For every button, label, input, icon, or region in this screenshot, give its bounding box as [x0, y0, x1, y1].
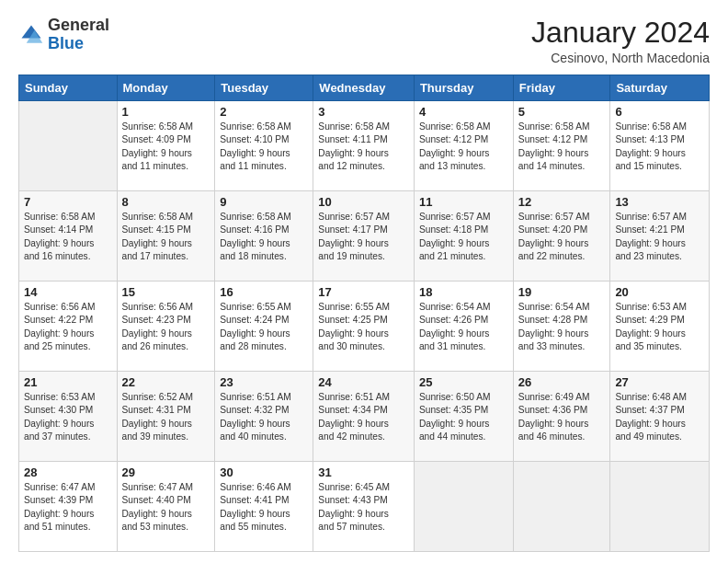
day-info: Sunrise: 6:56 AMSunset: 4:23 PMDaylight:… [122, 301, 210, 353]
table-row: 7Sunrise: 6:58 AMSunset: 4:14 PMDaylight… [19, 191, 118, 282]
day-info: Sunrise: 6:57 AMSunset: 4:18 PMDaylight:… [419, 211, 508, 263]
day-number: 27 [615, 375, 704, 389]
day-number: 2 [220, 105, 308, 119]
day-info: Sunrise: 6:54 AMSunset: 4:28 PMDaylight:… [518, 301, 606, 353]
col-monday: Monday [117, 75, 215, 101]
table-row: 5Sunrise: 6:58 AMSunset: 4:12 PMDaylight… [513, 101, 610, 191]
day-info: Sunrise: 6:57 AMSunset: 4:17 PMDaylight:… [318, 211, 409, 263]
day-number: 31 [318, 465, 409, 479]
day-number: 29 [122, 465, 210, 479]
calendar-week-row: 7Sunrise: 6:58 AMSunset: 4:14 PMDaylight… [19, 191, 710, 282]
table-row [610, 462, 710, 552]
table-row: 24Sunrise: 6:51 AMSunset: 4:34 PMDayligh… [313, 372, 415, 462]
table-row: 17Sunrise: 6:55 AMSunset: 4:25 PMDayligh… [313, 282, 415, 372]
calendar-week-row: 21Sunrise: 6:53 AMSunset: 4:30 PMDayligh… [19, 372, 710, 462]
day-info: Sunrise: 6:49 AMSunset: 4:36 PMDaylight:… [518, 391, 606, 443]
day-info: Sunrise: 6:55 AMSunset: 4:24 PMDaylight:… [220, 301, 308, 353]
logo: General Blue [18, 17, 109, 53]
table-row: 21Sunrise: 6:53 AMSunset: 4:30 PMDayligh… [19, 372, 118, 462]
day-info: Sunrise: 6:58 AMSunset: 4:15 PMDaylight:… [122, 211, 210, 263]
col-thursday: Thursday [414, 75, 513, 101]
table-row: 20Sunrise: 6:53 AMSunset: 4:29 PMDayligh… [610, 282, 710, 372]
table-row: 11Sunrise: 6:57 AMSunset: 4:18 PMDayligh… [414, 191, 513, 282]
table-row: 18Sunrise: 6:54 AMSunset: 4:26 PMDayligh… [414, 282, 513, 372]
header: General Blue January 2024 Cesinovo, Nort… [18, 17, 710, 65]
logo-text: General Blue [48, 17, 109, 53]
day-info: Sunrise: 6:58 AMSunset: 4:11 PMDaylight:… [318, 121, 409, 173]
table-row: 23Sunrise: 6:51 AMSunset: 4:32 PMDayligh… [215, 372, 313, 462]
day-number: 21 [24, 375, 112, 389]
table-row: 12Sunrise: 6:57 AMSunset: 4:20 PMDayligh… [513, 191, 610, 282]
table-row: 4Sunrise: 6:58 AMSunset: 4:12 PMDaylight… [414, 101, 513, 191]
title-block: January 2024 Cesinovo, North Macedonia [531, 17, 710, 65]
day-info: Sunrise: 6:48 AMSunset: 4:37 PMDaylight:… [615, 391, 704, 443]
day-number: 12 [518, 195, 606, 209]
day-info: Sunrise: 6:56 AMSunset: 4:22 PMDaylight:… [24, 301, 112, 353]
calendar-week-row: 1Sunrise: 6:58 AMSunset: 4:09 PMDaylight… [19, 101, 710, 191]
table-row: 10Sunrise: 6:57 AMSunset: 4:17 PMDayligh… [313, 191, 415, 282]
day-number: 23 [220, 375, 308, 389]
table-row [513, 462, 610, 552]
table-row: 28Sunrise: 6:47 AMSunset: 4:39 PMDayligh… [19, 462, 118, 552]
calendar-week-row: 28Sunrise: 6:47 AMSunset: 4:39 PMDayligh… [19, 462, 710, 552]
day-info: Sunrise: 6:57 AMSunset: 4:20 PMDaylight:… [518, 211, 606, 263]
day-info: Sunrise: 6:53 AMSunset: 4:30 PMDaylight:… [24, 391, 112, 443]
day-number: 20 [615, 285, 704, 299]
table-row: 6Sunrise: 6:58 AMSunset: 4:13 PMDaylight… [610, 101, 710, 191]
col-wednesday: Wednesday [313, 75, 415, 101]
day-number: 5 [518, 105, 606, 119]
day-info: Sunrise: 6:46 AMSunset: 4:41 PMDaylight:… [220, 481, 308, 534]
location-subtitle: Cesinovo, North Macedonia [531, 51, 710, 65]
day-number: 28 [24, 465, 112, 479]
day-number: 30 [220, 465, 308, 479]
day-info: Sunrise: 6:58 AMSunset: 4:12 PMDaylight:… [419, 121, 508, 173]
day-info: Sunrise: 6:58 AMSunset: 4:12 PMDaylight:… [518, 121, 606, 173]
col-sunday: Sunday [19, 75, 118, 101]
table-row: 22Sunrise: 6:52 AMSunset: 4:31 PMDayligh… [117, 372, 215, 462]
day-number: 9 [220, 195, 308, 209]
table-row: 30Sunrise: 6:46 AMSunset: 4:41 PMDayligh… [215, 462, 313, 552]
day-info: Sunrise: 6:58 AMSunset: 4:10 PMDaylight:… [220, 121, 308, 173]
table-row [414, 462, 513, 552]
table-row: 3Sunrise: 6:58 AMSunset: 4:11 PMDaylight… [313, 101, 415, 191]
day-info: Sunrise: 6:58 AMSunset: 4:13 PMDaylight:… [615, 121, 704, 173]
day-number: 26 [518, 375, 606, 389]
day-number: 3 [318, 105, 409, 119]
month-title: January 2024 [531, 17, 710, 49]
table-row: 14Sunrise: 6:56 AMSunset: 4:22 PMDayligh… [19, 282, 118, 372]
col-friday: Friday [513, 75, 610, 101]
day-info: Sunrise: 6:51 AMSunset: 4:34 PMDaylight:… [318, 391, 409, 443]
day-info: Sunrise: 6:54 AMSunset: 4:26 PMDaylight:… [419, 301, 508, 353]
calendar-header-row: Sunday Monday Tuesday Wednesday Thursday… [19, 75, 710, 101]
day-info: Sunrise: 6:53 AMSunset: 4:29 PMDaylight:… [615, 301, 704, 353]
table-row: 31Sunrise: 6:45 AMSunset: 4:43 PMDayligh… [313, 462, 415, 552]
day-number: 6 [615, 105, 704, 119]
day-number: 7 [24, 195, 112, 209]
calendar-table: Sunday Monday Tuesday Wednesday Thursday… [18, 75, 710, 552]
day-info: Sunrise: 6:47 AMSunset: 4:39 PMDaylight:… [24, 481, 112, 534]
day-number: 17 [318, 285, 409, 299]
day-number: 11 [419, 195, 508, 209]
day-info: Sunrise: 6:55 AMSunset: 4:25 PMDaylight:… [318, 301, 409, 353]
day-info: Sunrise: 6:58 AMSunset: 4:09 PMDaylight:… [122, 121, 210, 173]
logo-general: General [48, 16, 109, 34]
day-info: Sunrise: 6:58 AMSunset: 4:16 PMDaylight:… [220, 211, 308, 263]
day-info: Sunrise: 6:50 AMSunset: 4:35 PMDaylight:… [419, 391, 508, 443]
table-row: 8Sunrise: 6:58 AMSunset: 4:15 PMDaylight… [117, 191, 215, 282]
table-row: 13Sunrise: 6:57 AMSunset: 4:21 PMDayligh… [610, 191, 710, 282]
day-info: Sunrise: 6:57 AMSunset: 4:21 PMDaylight:… [615, 211, 704, 263]
table-row: 27Sunrise: 6:48 AMSunset: 4:37 PMDayligh… [610, 372, 710, 462]
table-row: 2Sunrise: 6:58 AMSunset: 4:10 PMDaylight… [215, 101, 313, 191]
table-row: 26Sunrise: 6:49 AMSunset: 4:36 PMDayligh… [513, 372, 610, 462]
table-row: 25Sunrise: 6:50 AMSunset: 4:35 PMDayligh… [414, 372, 513, 462]
col-tuesday: Tuesday [215, 75, 313, 101]
day-number: 16 [220, 285, 308, 299]
day-number: 4 [419, 105, 508, 119]
day-info: Sunrise: 6:45 AMSunset: 4:43 PMDaylight:… [318, 481, 409, 534]
table-row: 16Sunrise: 6:55 AMSunset: 4:24 PMDayligh… [215, 282, 313, 372]
day-number: 18 [419, 285, 508, 299]
day-number: 22 [122, 375, 210, 389]
day-number: 15 [122, 285, 210, 299]
day-info: Sunrise: 6:58 AMSunset: 4:14 PMDaylight:… [24, 211, 112, 263]
day-number: 25 [419, 375, 508, 389]
